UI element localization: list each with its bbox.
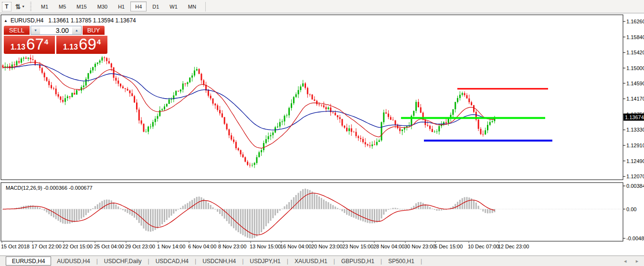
time-axis[interactable]: 15 Oct 201817 Oct 22:0022 Oct 15:0025 Oc… [1,242,529,249]
toolbar-drag-handle[interactable] [29,2,32,11]
candle-body [353,132,355,133]
timeframe-button-m1[interactable]: M1 [36,1,53,11]
macd-bar [346,209,348,215]
buy-price-big: 69 [79,36,96,53]
current-price-tag: 1.13674 [623,113,644,121]
candle-body [60,97,61,100]
horizontal-trendline-1[interactable] [401,117,545,119]
tab-scroll-right-icon[interactable]: ► [635,259,639,264]
macd-bar [277,209,278,213]
candle-body [148,127,149,132]
macd-bar [173,209,174,214]
time-tick-label: 28 Nov 04:00 [373,244,404,249]
macd-bar [392,208,394,209]
macd-bar [37,207,38,209]
macd-bar [487,209,488,214]
candle-body [203,81,204,85]
cycle-timeframes-button[interactable]: ⇅ ▾ [15,3,24,10]
candle-body [381,122,382,140]
candle-body [337,115,338,117]
price-axis[interactable]: 1.162601.158401.154201.150001.145901.141… [623,19,644,179]
macd-bar [161,209,163,225]
candle-body [434,132,435,132]
timeframe-button-d1[interactable]: D1 [148,1,164,11]
candle-body [42,68,43,73]
macd-bar [321,198,322,209]
candle-body [341,119,343,126]
candle-body [64,98,66,102]
macd-bar [74,209,75,223]
tab-usdcad-h4[interactable]: USDCAD,H4 [150,256,194,266]
macd-bar [247,209,248,238]
timeframe-button-m30[interactable]: M30 [93,1,112,11]
tab-separator: | [421,258,422,265]
timeframe-button-mn[interactable]: MN [183,1,201,11]
mt4-window: T ⇅ ▾ M1M5M15M30H1H4D1W1MN 1.162601.1584… [0,0,644,266]
macd-bar [427,205,428,209]
timeframe-button-h4[interactable]: H4 [130,1,147,11]
macd-bar [261,209,262,233]
volume-increase-button[interactable]: ▲ [72,26,82,35]
tab-scroll-left-icon[interactable]: ◄ [623,259,627,264]
candle-body [108,61,110,63]
macd-bar [150,209,151,232]
candle-body [175,91,177,96]
sell-price-display[interactable]: 1.13 67 4 [4,36,55,54]
candle-body [388,113,389,117]
top-toolbar: T ⇅ ▾ M1M5M15M30H1H4D1W1MN [0,0,644,13]
timeframe-button-m15[interactable]: M15 [72,1,91,11]
tab-xauusd-h1[interactable]: XAUUSD,H1 [289,256,333,266]
tab-eurusd-h4[interactable]: EURUSD,H4 [6,256,51,266]
candle-body [485,130,486,134]
candle-body [150,127,151,127]
macd-bar [51,209,52,216]
tab-usdjpy-h1[interactable]: USDJPY,H1 [244,256,286,266]
candle-body [55,89,57,94]
candle-body [83,85,84,87]
timeframe-button-m5[interactable]: M5 [54,1,71,11]
tab-usdchf-daily[interactable]: USDCHF,Daily [98,256,148,266]
macd-bar [418,202,419,209]
candle-body [258,152,260,157]
macd-bar [212,207,214,209]
tab-usdcnh-h4[interactable]: USDCNH,H4 [197,256,242,266]
macd-bar [87,209,89,213]
candle-body [233,140,234,142]
horizontal-trendline-0[interactable] [457,88,548,90]
timeframe-button-w1[interactable]: W1 [165,1,182,11]
macd-bar [330,204,331,209]
volume-decrease-button[interactable]: ▼ [31,26,40,35]
candle-body [348,128,350,131]
candle-body [293,97,295,103]
candle-body [53,88,54,89]
tab-gbpusd-h1[interactable]: GBPUSD,H1 [336,256,380,266]
text-label-tool-icon[interactable]: T [2,2,11,11]
panel-collapse-icon[interactable]: ▲ [4,19,8,23]
price-tick-label: 1.13330 [626,127,644,133]
candle-body [178,91,179,92]
tab-audusd-h4[interactable]: AUDUSD,H4 [51,256,95,266]
macd-bar [69,209,71,224]
timeframe-button-h1[interactable]: H1 [113,1,129,11]
macd-bar [478,206,479,209]
macd-bar [326,201,327,209]
macd-bar [92,208,94,209]
macd-bar [169,209,170,218]
candle-body [480,129,482,134]
macd-bar [97,205,98,209]
sell-button[interactable]: SELL [4,26,30,35]
buy-button[interactable]: BUY [83,26,105,35]
macd-axis[interactable]: 0.0038470.00-0.004856 [623,183,644,241]
macd-bar [185,205,186,209]
candle-body [390,117,391,120]
tab-sp500-h1[interactable]: SP500,H1 [382,256,420,266]
candle-body [457,98,458,102]
candle-body [23,58,24,59]
macd-bar [152,209,154,231]
macd-bar [279,209,281,211]
buy-price-display[interactable]: 1.13 69 4 [56,36,107,54]
macd-bar [371,209,373,224]
macd-bar [235,209,237,231]
horizontal-trendline-2[interactable] [424,140,552,142]
volume-input[interactable] [40,26,72,35]
